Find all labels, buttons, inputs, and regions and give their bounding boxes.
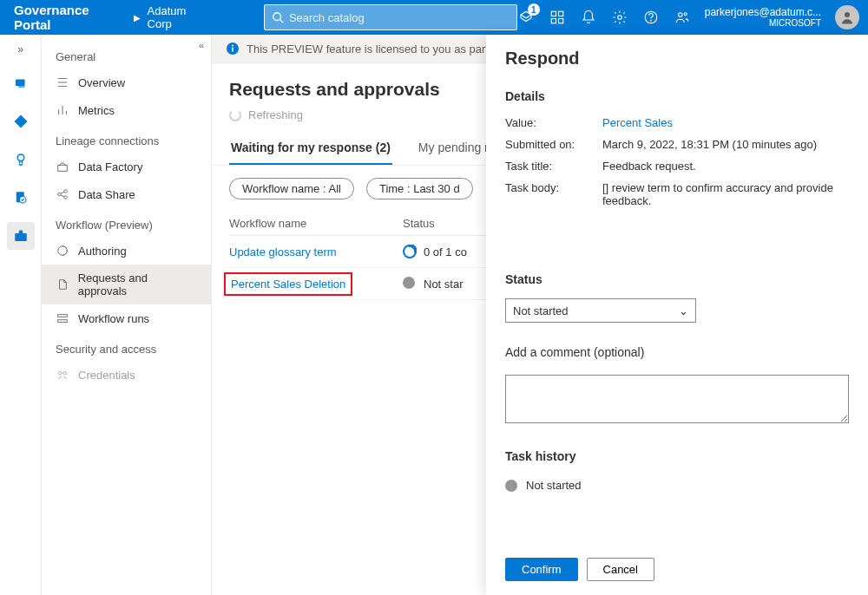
svg-rect-12 (16, 80, 25, 87)
rail-home-icon[interactable] (7, 69, 35, 97)
rail-policy-icon[interactable] (7, 184, 35, 212)
nav-data-share[interactable]: Data Share (42, 180, 211, 208)
user-tenant: MICROSOFT (769, 18, 821, 28)
filter-time[interactable]: Time : Last 30 d (366, 178, 473, 199)
info-icon (226, 42, 240, 56)
cancel-button[interactable]: Cancel (587, 558, 654, 581)
tab-waiting[interactable]: Waiting for my response (2) (229, 132, 392, 165)
breadcrumb-org[interactable]: Adatum Corp (148, 4, 212, 30)
help-icon[interactable] (642, 9, 660, 26)
avatar[interactable] (835, 5, 859, 29)
detail-task-body: Task body: [] review term to confirm acc… (505, 177, 849, 212)
svg-rect-17 (15, 233, 27, 241)
nav-requests-label: Requests and approvals (78, 271, 197, 298)
svg-point-37 (232, 45, 233, 47)
history-status-text: Not started (526, 479, 582, 492)
nav-requests[interactable]: Requests and approvals (42, 265, 211, 304)
nav-metrics[interactable]: Metrics (42, 96, 211, 124)
detail-task-title: Task title: Feedback request. (505, 155, 849, 177)
detail-value: Value: Percent Sales (505, 112, 849, 134)
spinner-icon (229, 109, 241, 121)
user-email: parkerjones@adatum.c... (705, 7, 821, 18)
list-icon (56, 75, 69, 89)
svg-rect-31 (58, 315, 68, 317)
svg-rect-3 (558, 11, 562, 16)
nav-credentials-label: Credentials (78, 369, 135, 382)
nav-runs-label: Workflow runs (78, 312, 149, 325)
nav-runs[interactable]: Workflow runs (42, 304, 211, 332)
svg-point-10 (684, 13, 687, 16)
status-select[interactable]: Not started ⌄ (505, 298, 696, 323)
nav-authoring-label: Authoring (78, 245, 127, 258)
filter-workflow[interactable]: Workflow name : All (229, 178, 354, 199)
chevron-right-icon: ▶ (134, 13, 141, 23)
share-icon (56, 187, 69, 201)
svg-rect-4 (551, 19, 556, 23)
notification-badge: 1 (528, 3, 540, 16)
history-item: Not started (505, 479, 849, 492)
detail-submitted: Submitted on: March 9, 2022, 18:31 PM (1… (505, 134, 849, 155)
row-link-highlighted[interactable]: Percent Sales Deletion (224, 272, 352, 296)
svg-line-28 (61, 192, 64, 193)
settings-icon[interactable] (611, 9, 628, 26)
rail-map-icon[interactable] (7, 108, 35, 135)
details-heading: Details (505, 89, 849, 103)
svg-point-33 (59, 372, 62, 376)
nav-overview-label: Overview (78, 76, 125, 89)
nav-authoring[interactable]: Authoring (42, 237, 211, 265)
app-header: Governance Portal ▶ Adatum Corp 1 parker… (0, 0, 868, 35)
refreshing-label: Refreshing (248, 108, 303, 121)
section-lineage: Lineage connections (42, 124, 211, 153)
not-started-icon (403, 277, 417, 291)
col-workflow-name[interactable]: Workflow name (229, 217, 403, 230)
nav-credentials[interactable]: Credentials (42, 361, 211, 389)
nav-overview[interactable]: Overview (42, 69, 211, 96)
detail-value-text: March 9, 2022, 18:31 PM (10 minutes ago) (602, 138, 849, 151)
tab-pending[interactable]: My pending r (417, 132, 490, 165)
runs-icon (56, 311, 69, 325)
svg-point-8 (650, 20, 651, 21)
svg-point-27 (64, 196, 68, 199)
svg-rect-24 (58, 165, 68, 171)
row-link[interactable]: Update glossary term (229, 245, 337, 258)
svg-rect-36 (232, 48, 233, 52)
people-icon[interactable] (674, 9, 691, 26)
confirm-button[interactable]: Confirm (505, 558, 578, 581)
bell-icon[interactable] (580, 9, 597, 26)
svg-line-1 (280, 20, 284, 23)
svg-point-26 (64, 190, 68, 193)
rail-management-icon[interactable] (7, 222, 35, 250)
nav-rail: » (0, 35, 42, 595)
nav-data-factory-label: Data Factory (78, 160, 142, 173)
rail-insights-icon[interactable] (7, 146, 35, 173)
section-workflow: Workflow (Preview) (42, 208, 211, 237)
svg-point-14 (17, 154, 24, 161)
collapse-sidebar-icon[interactable]: « (199, 40, 204, 50)
document-icon (56, 278, 69, 291)
notifications-icon[interactable]: 1 (517, 9, 535, 26)
svg-point-34 (63, 372, 67, 376)
comment-heading: Add a comment (optional) (505, 345, 849, 359)
nav-data-factory[interactable]: Data Factory (42, 153, 211, 180)
svg-line-29 (61, 195, 64, 197)
factory-icon (56, 160, 69, 173)
expand-rail-icon[interactable]: » (14, 40, 27, 59)
detail-label: Value: (505, 116, 602, 129)
user-info[interactable]: parkerjones@adatum.c... MICROSOFT (705, 7, 821, 28)
nav-data-share-label: Data Share (78, 188, 135, 201)
col-status[interactable]: Status (403, 217, 490, 230)
row-status: Not star (424, 278, 464, 291)
chart-icon (56, 103, 69, 117)
feedback-icon[interactable] (549, 9, 566, 26)
respond-panel: Respond Details Value: Percent Sales Sub… (486, 35, 868, 595)
svg-point-6 (618, 16, 622, 20)
detail-value-link[interactable]: Percent Sales (602, 116, 849, 129)
nav-metrics-label: Metrics (78, 104, 115, 117)
svg-point-9 (678, 13, 682, 17)
detail-value-text: [] review term to confirm accuracy and p… (602, 181, 849, 207)
comment-textarea[interactable] (505, 375, 849, 423)
status-select-value: Not started (513, 304, 569, 317)
search-box[interactable] (264, 4, 517, 30)
search-input[interactable] (289, 11, 510, 24)
status-dot-icon (505, 480, 517, 492)
